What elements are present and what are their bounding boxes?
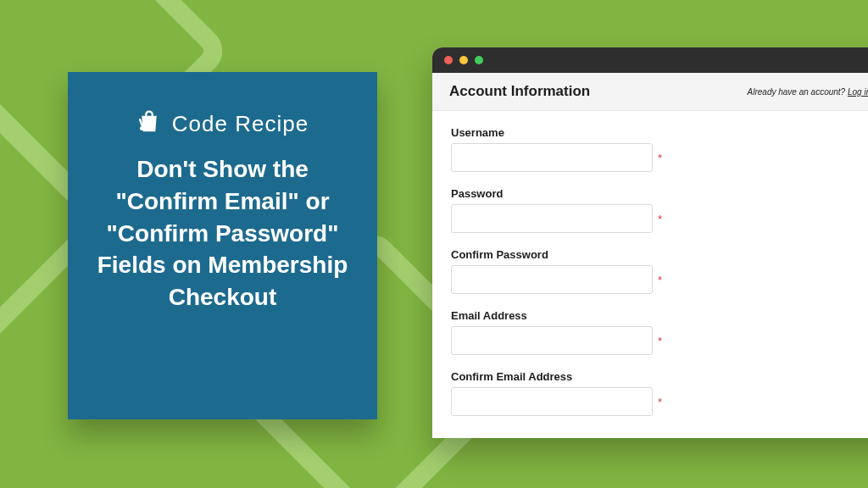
login-prompt-text: Already have an account? bbox=[748, 87, 848, 97]
field-email: Email Address * bbox=[451, 309, 868, 355]
username-input[interactable] bbox=[451, 143, 653, 172]
password-input[interactable] bbox=[451, 204, 653, 233]
field-username: Username * bbox=[451, 126, 868, 172]
section-header: Account Information Already have an acco… bbox=[432, 73, 868, 111]
required-marker: * bbox=[658, 213, 662, 225]
confirm-password-input[interactable] bbox=[451, 265, 653, 294]
field-confirm-email: Confirm Email Address * bbox=[451, 370, 868, 416]
brand-row: Code Recipe bbox=[136, 109, 309, 138]
brand-name: Code Recipe bbox=[172, 111, 309, 137]
required-marker: * bbox=[658, 335, 662, 347]
shopping-bag-icon bbox=[136, 109, 162, 138]
window-close-icon[interactable] bbox=[444, 56, 453, 64]
window-maximize-icon[interactable] bbox=[475, 56, 483, 64]
confirm-email-input[interactable] bbox=[451, 387, 653, 416]
login-link[interactable]: Log in here bbox=[848, 87, 868, 97]
svg-point-0 bbox=[141, 127, 143, 130]
section-title: Account Information bbox=[449, 83, 590, 100]
required-marker: * bbox=[658, 396, 662, 408]
field-password: Password * bbox=[451, 187, 868, 233]
required-marker: * bbox=[658, 152, 662, 164]
field-confirm-password: Confirm Password * bbox=[451, 248, 868, 294]
window-titlebar bbox=[432, 47, 868, 73]
headline-text: Don't Show the "Confirm Email" or "Confi… bbox=[95, 153, 350, 313]
browser-window: Account Information Already have an acco… bbox=[432, 47, 868, 438]
confirm-password-label: Confirm Password bbox=[451, 248, 868, 261]
email-label: Email Address bbox=[451, 309, 868, 322]
confirm-email-label: Confirm Email Address bbox=[451, 370, 868, 383]
headline-card: Code Recipe Don't Show the "Confirm Emai… bbox=[68, 72, 377, 419]
required-marker: * bbox=[658, 274, 662, 286]
email-input[interactable] bbox=[451, 326, 653, 355]
password-label: Password bbox=[451, 187, 868, 200]
window-minimize-icon[interactable] bbox=[459, 56, 468, 64]
username-label: Username bbox=[451, 126, 868, 139]
login-prompt: Already have an account? Log in here bbox=[748, 87, 868, 97]
form-body: Username * Password * Confirm Password *… bbox=[432, 111, 868, 438]
